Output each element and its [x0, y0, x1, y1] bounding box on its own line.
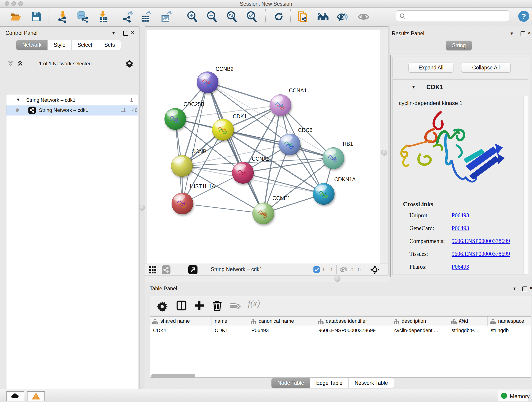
tab-sets[interactable]: Sets	[98, 40, 121, 50]
collapse-all-button[interactable]: Collapse All	[461, 63, 511, 73]
help-button[interactable]: ?	[518, 11, 529, 22]
tab-style[interactable]: Style	[48, 40, 71, 50]
table-cell-namespace[interactable]: stringdb	[491, 327, 530, 333]
open-session-icon[interactable]	[10, 11, 22, 23]
tab-select[interactable]: Select	[72, 40, 99, 50]
table-panel-menu-icon[interactable]: ▾	[513, 286, 516, 292]
expand-all-button[interactable]: Expand All	[409, 63, 453, 73]
selected-nodes-checkbox[interactable]	[313, 266, 320, 273]
export-network-icon[interactable]	[121, 11, 133, 23]
network-collection-row[interactable]: ▼ String Network – cdk1 1	[6, 95, 138, 105]
show-columns-icon[interactable]	[176, 300, 187, 312]
table-splitter-handle[interactable]	[335, 276, 341, 282]
zoom-in-icon[interactable]	[186, 11, 198, 23]
tab-node-table[interactable]: Node Table	[272, 378, 310, 388]
crosslink-tissues-link[interactable]: 9606.ENSP00000378699	[452, 251, 510, 257]
column-header-description[interactable]: description	[391, 317, 448, 326]
toolbar-separator	[336, 265, 336, 274]
search-input[interactable]	[408, 12, 505, 20]
network-node-CCNE1[interactable]	[253, 203, 274, 224]
crosslink-pharos-link[interactable]: P06493	[452, 264, 469, 270]
table-panel-close-icon[interactable]: ×	[530, 285, 532, 291]
column-header-database-identifier[interactable]: database identifier	[315, 317, 391, 326]
crosslink-uniprot-link[interactable]: P06493	[452, 212, 469, 219]
results-scrollbar-track[interactable]	[524, 96, 528, 274]
birdseye-icon[interactable]	[370, 265, 380, 275]
first-neighbors-icon[interactable]	[297, 11, 309, 23]
network-node-CCNA2[interactable]	[232, 162, 254, 184]
table-gear-icon[interactable]	[156, 300, 168, 312]
export-table-icon[interactable]	[139, 11, 152, 23]
network-canvas[interactable]: CCNB2CCNA1CDC25BCDK1CDC6RB1CCNB1CCNA2CDK…	[147, 30, 380, 264]
table-cell-database-identifier[interactable]: 9606.ENSP00000378699	[318, 327, 390, 333]
network-row-selected[interactable]: String Network – cdk1 11 48	[6, 105, 138, 115]
add-column-icon[interactable]	[193, 300, 205, 312]
column-header-shared-name[interactable]: shared name	[150, 317, 211, 326]
network-node-CDK1[interactable]	[212, 119, 234, 140]
delete-column-icon[interactable]	[211, 300, 223, 312]
network-options-gear-icon[interactable]	[125, 59, 134, 68]
houses-icon[interactable]	[317, 11, 329, 23]
table-cell-shared-name[interactable]: CDK1	[153, 327, 210, 333]
column-header-name[interactable]: name	[211, 317, 248, 326]
tab-network-table[interactable]: Network Table	[349, 378, 394, 388]
memory-button[interactable]: Memory	[498, 391, 528, 401]
tab-string[interactable]: String	[446, 41, 472, 50]
import-network-from-database-icon[interactable]	[76, 11, 88, 23]
zoom-fit-icon[interactable]	[226, 11, 238, 23]
network-node-CCNA1[interactable]	[270, 95, 291, 116]
table-cell-name[interactable]: CDK1	[215, 327, 247, 333]
zoom-out-icon[interactable]	[206, 11, 218, 23]
crosslink-compartments-link[interactable]: 9606.ENSP00000378699	[452, 238, 510, 244]
results-panel-float-icon[interactable]	[520, 32, 525, 36]
network-node-RB1[interactable]	[323, 147, 344, 169]
control-panel-menu-icon[interactable]: ▾	[112, 30, 115, 36]
network-node-CCNB2[interactable]	[197, 71, 218, 93]
table-cell--id[interactable]: stringdb:9...	[452, 327, 486, 333]
results-panel-menu-icon[interactable]: ▾	[510, 31, 513, 36]
control-panel-close-icon[interactable]: ×	[131, 30, 134, 36]
collection-expand-icon[interactable]: ▼	[16, 97, 20, 102]
grid-view-icon[interactable]	[148, 266, 157, 274]
network-share-icon[interactable]	[162, 265, 171, 274]
network-edge-HIST1H1A-CCNE1[interactable]	[182, 204, 263, 213]
network-node-CDC25B[interactable]	[165, 108, 186, 130]
column-header-namespace[interactable]: namespace	[488, 317, 531, 326]
hide-selected-icon[interactable]	[336, 11, 348, 23]
zoom-selected-icon[interactable]	[246, 11, 258, 23]
results-panel-close-icon[interactable]: ×	[528, 30, 531, 36]
table-panel-float-icon[interactable]	[522, 287, 527, 291]
tab-network[interactable]: Network	[16, 40, 48, 50]
protein-collapse-icon[interactable]: ▼	[411, 84, 416, 89]
import-table-icon[interactable]	[96, 11, 108, 23]
left-splitter-handle[interactable]	[139, 205, 145, 211]
network-edge-CCNB2-CCNE1[interactable]	[208, 82, 263, 213]
table-cell-description[interactable]: cyclin-dependent ...	[394, 327, 447, 333]
network-node-CDC6[interactable]	[279, 134, 300, 155]
table-hscroll-thumb[interactable]	[151, 374, 195, 378]
network-node-HIST1H1A[interactable]	[172, 193, 193, 214]
right-splitter-handle[interactable]	[381, 150, 387, 156]
import-network-icon[interactable]	[56, 11, 68, 23]
column-header-canonical-name[interactable]: canonical name	[248, 317, 315, 326]
warning-button[interactable]	[27, 391, 45, 401]
network-edge-CDK1-RB1[interactable]	[223, 130, 333, 158]
crosslinks-list: Uniprot:P06493GeneCard:P06493Compartment…	[393, 210, 528, 274]
network-node-CDKN1A[interactable]	[313, 183, 335, 205]
crosslink-genecard-link[interactable]: P06493	[452, 225, 469, 231]
tab-edge-table[interactable]: Edge Table	[310, 378, 349, 388]
network-edge-CCNB2-CCNA1[interactable]	[208, 82, 280, 105]
save-session-icon[interactable]	[30, 11, 42, 23]
show-all-icon[interactable]	[358, 11, 370, 23]
hidden-eye-icon[interactable]	[339, 266, 348, 273]
control-panel-float-icon[interactable]	[123, 31, 128, 36]
network-node-CCNB1[interactable]	[171, 155, 193, 177]
apply-layout-icon[interactable]	[273, 11, 285, 23]
column-header--id[interactable]: @id	[448, 317, 488, 326]
protein-header[interactable]: ▼ CDK1	[393, 80, 528, 96]
open-in-window-icon[interactable]	[188, 265, 197, 274]
export-image-icon[interactable]	[160, 11, 172, 23]
table-cell-canonical-name[interactable]: P06493	[251, 327, 314, 333]
cloud-button[interactable]	[6, 391, 24, 401]
left-splitter[interactable]	[139, 26, 145, 389]
